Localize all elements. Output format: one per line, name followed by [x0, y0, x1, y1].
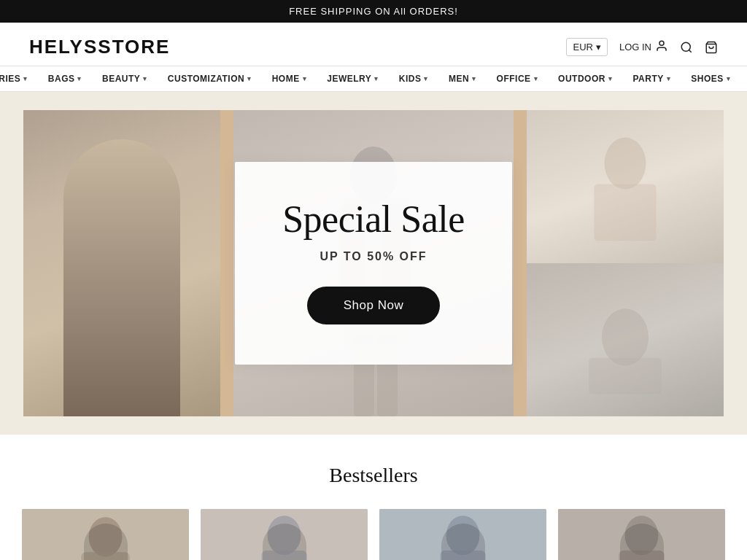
nav-label: CUSTOMIZATION	[168, 74, 244, 84]
svg-rect-19	[589, 358, 661, 394]
nav-label: OFFICE	[497, 74, 531, 84]
nav-link-men[interactable]: MEN ▾	[438, 66, 487, 91]
main-nav: ACCESSORIES ▾ BAGS ▾ BEAUTY ▾ CUSTOMIZAT…	[0, 66, 747, 92]
nav-item-home: HOME ▾	[262, 66, 317, 91]
top-banner: FREE SHIPPING ON All ORDERS!	[0, 0, 747, 23]
svg-rect-6	[82, 219, 111, 307]
nav-link-women[interactable]: WOMEN ▾	[740, 66, 747, 91]
nav-list: ACCESSORIES ▾ BAGS ▾ BEAUTY ▾ CUSTOMIZAT…	[15, 66, 732, 91]
nav-label: OUTDOOR	[558, 74, 605, 84]
chevron-down-icon: ▾	[472, 75, 476, 82]
product-grid	[22, 509, 725, 560]
svg-rect-11	[594, 184, 656, 241]
cart-button[interactable]	[705, 41, 718, 54]
nav-item-bags: BAGS ▾	[38, 66, 92, 91]
nav-item-men: MEN ▾	[438, 66, 487, 91]
nav-item-customization: CUSTOMIZATION ▾	[158, 66, 262, 91]
product-card-3[interactable]	[379, 509, 546, 560]
svg-rect-32	[440, 551, 485, 560]
nav-link-office[interactable]: OFFICE ▾	[487, 66, 549, 91]
svg-point-31	[446, 516, 480, 555]
nav-link-home[interactable]: HOME ▾	[262, 66, 317, 91]
svg-point-18	[602, 308, 649, 365]
svg-rect-9	[125, 329, 147, 409]
deco-bar-left	[220, 110, 233, 416]
nav-link-bags[interactable]: BAGS ▾	[38, 66, 92, 91]
chevron-down-icon: ▾	[534, 75, 538, 82]
bestsellers-section: Bestsellers	[0, 435, 747, 560]
nav-item-women: WOMEN ▾	[740, 66, 747, 91]
sale-card: Special Sale UP TO 50% OFF Shop Now	[235, 162, 512, 365]
currency-value: EUR	[573, 42, 592, 52]
svg-point-4	[96, 152, 147, 214]
sale-subtitle: UP TO 50% OFF	[279, 250, 468, 263]
nav-item-jewelry: JEWELRY ▾	[317, 66, 389, 91]
chevron-down-icon: ▾	[374, 75, 379, 82]
nav-link-jewelry[interactable]: JEWELRY ▾	[317, 66, 389, 91]
currency-chevron-icon: ▾	[596, 42, 601, 52]
nav-link-customization[interactable]: CUSTOMIZATION ▾	[158, 66, 262, 91]
nav-item-accessories: ACCESSORIES ▾	[0, 66, 38, 91]
product-card-2[interactable]	[201, 509, 368, 560]
nav-label: BAGS	[48, 74, 75, 84]
nav-link-party[interactable]: PARTY ▾	[622, 66, 681, 91]
hero-inner: Special Sale UP TO 50% OFF Shop Now	[23, 110, 724, 416]
login-button[interactable]: LOG IN	[619, 39, 668, 55]
nav-item-kids: KIDS ▾	[389, 66, 438, 91]
svg-rect-7	[133, 219, 162, 307]
nav-label: ACCESSORIES	[0, 74, 20, 84]
svg-point-10	[605, 138, 646, 190]
hero-section: Special Sale UP TO 50% OFF Shop Now	[0, 92, 747, 435]
nav-label: BEAUTY	[102, 74, 140, 84]
shop-now-button[interactable]: Shop Now	[307, 287, 440, 324]
svg-rect-8	[96, 329, 118, 409]
product-card-1[interactable]	[22, 509, 189, 560]
svg-line-2	[689, 50, 691, 52]
chevron-down-icon: ▾	[727, 75, 731, 82]
nav-label: MEN	[449, 74, 469, 84]
product-card-4[interactable]	[558, 509, 725, 560]
header: HELYSSTORE EUR ▾ LOG IN	[0, 23, 747, 66]
nav-label: PARTY	[632, 74, 663, 84]
currency-selector[interactable]: EUR ▾	[566, 38, 607, 56]
nav-link-kids[interactable]: KIDS ▾	[389, 66, 438, 91]
svg-rect-20	[22, 509, 189, 560]
header-right: EUR ▾ LOG IN	[566, 38, 718, 56]
deco-bar-right	[514, 110, 527, 416]
svg-point-36	[625, 516, 659, 555]
nav-link-beauty[interactable]: BEAUTY ▾	[92, 66, 158, 91]
hero-image-torso	[527, 110, 724, 263]
svg-rect-27	[261, 551, 306, 560]
nav-label: HOME	[272, 74, 300, 84]
logo[interactable]: HELYSSTORE	[29, 36, 170, 58]
login-label: LOG IN	[619, 42, 651, 52]
nav-link-outdoor[interactable]: OUTDOOR ▾	[548, 66, 622, 91]
user-icon	[655, 39, 668, 55]
nav-item-shoes: SHOES ▾	[681, 66, 740, 91]
nav-link-accessories[interactable]: ACCESSORIES ▾	[0, 66, 38, 91]
nav-label: KIDS	[399, 74, 422, 84]
nav-label: SHOES	[691, 74, 724, 84]
bestsellers-title: Bestsellers	[22, 464, 725, 487]
chevron-down-icon: ▾	[303, 75, 307, 82]
nav-link-shoes[interactable]: SHOES ▾	[681, 66, 740, 91]
nav-item-outdoor: OUTDOOR ▾	[548, 66, 622, 91]
svg-rect-22	[81, 552, 130, 560]
svg-point-26	[268, 516, 301, 555]
svg-rect-37	[619, 551, 664, 560]
chevron-down-icon: ▾	[143, 75, 147, 82]
svg-rect-5	[89, 205, 162, 336]
nav-item-office: OFFICE ▾	[487, 66, 549, 91]
chevron-down-icon: ▾	[608, 75, 613, 82]
nav-label: JEWELRY	[327, 74, 371, 84]
svg-point-21	[89, 517, 123, 556]
svg-point-0	[659, 41, 664, 45]
sale-title: Special Sale	[279, 198, 468, 240]
search-button[interactable]	[680, 41, 693, 54]
chevron-down-icon: ▾	[667, 75, 671, 82]
banner-text: FREE SHIPPING ON All ORDERS!	[289, 6, 458, 17]
nav-item-beauty: BEAUTY ▾	[92, 66, 158, 91]
chevron-down-icon: ▾	[23, 75, 28, 82]
chevron-down-icon: ▾	[77, 75, 82, 82]
nav-item-party: PARTY ▾	[622, 66, 681, 91]
